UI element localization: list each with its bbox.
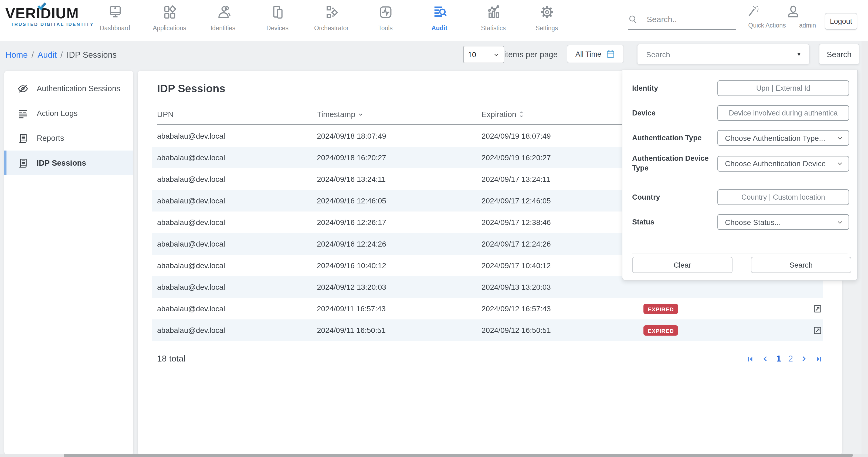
nav-label: Statistics: [469, 25, 518, 31]
nav-label: Applications: [145, 25, 194, 31]
table-row[interactable]: ababalau@dev.local 2024/09/11 16:50:51 2…: [152, 319, 823, 341]
clear-filters-button[interactable]: Clear: [632, 257, 733, 273]
column-header-timestamp[interactable]: Timestamp: [317, 110, 482, 119]
last-page-button[interactable]: [814, 355, 823, 363]
page-number-1[interactable]: 1: [776, 354, 781, 364]
cell-upn: ababalau@dev.local: [157, 326, 317, 334]
page-number-2[interactable]: 2: [788, 354, 793, 364]
nav-item-tools[interactable]: Tools: [361, 4, 410, 31]
user-menu[interactable]: admin: [786, 4, 829, 29]
veridium-logo[interactable]: VERIDIUM TRUSTED DIGITAL IDENTITY: [5, 5, 97, 27]
sort-both-icon: [519, 110, 525, 118]
page-size-select[interactable]: 10: [463, 46, 504, 63]
apply-filters-button[interactable]: Search: [751, 257, 851, 273]
column-header-expiration[interactable]: Expiration: [482, 110, 644, 119]
filter-panel: Identity Device Authentication Type Choo…: [622, 70, 858, 281]
filter-label: Authentication Device Type: [632, 154, 717, 173]
authentication-device-type-select[interactable]: Choose Authentication Device: [717, 156, 849, 171]
chevron-left-icon: [762, 355, 769, 363]
cell-upn: ababalau@dev.local: [157, 196, 317, 205]
filter-label: Authentication Type: [632, 133, 717, 143]
nav-item-statistics[interactable]: Statistics: [469, 4, 518, 31]
quick-actions-button[interactable]: Quick Actions: [745, 4, 789, 29]
user-icon: [786, 4, 829, 19]
quick-actions-label: Quick Actions: [745, 22, 789, 29]
nav-item-applications[interactable]: Applications: [145, 4, 194, 31]
people-icon: [215, 4, 231, 20]
log-list-icon: [17, 108, 29, 119]
first-page-button[interactable]: [747, 355, 755, 363]
identity-filter-input[interactable]: [717, 80, 849, 96]
open-session-button[interactable]: [801, 325, 823, 335]
cell-timestamp: 2024/09/16 12:46:05: [317, 196, 482, 205]
open-session-button[interactable]: [801, 303, 823, 314]
breadcrumb-toolbar-row: Home/Audit/IDP Sessions 10 items per pag…: [0, 41, 868, 71]
top-header: VERIDIUM TRUSTED DIGITAL IDENTITY Dashbo…: [0, 0, 868, 41]
cell-timestamp: 2024/09/16 12:26:17: [317, 218, 482, 227]
prev-page-button[interactable]: [762, 355, 769, 363]
sidebar-item-action-logs[interactable]: Action Logs: [4, 101, 133, 126]
nav-item-orchestrator[interactable]: Orchestrator: [307, 4, 356, 31]
page-size-value: 10: [468, 51, 476, 59]
cell-upn: ababalau@dev.local: [157, 304, 317, 313]
panel-divider: [632, 254, 847, 254]
time-filter-button[interactable]: All Time: [567, 45, 624, 63]
breadcrumb-current: IDP Sessions: [67, 50, 117, 59]
horizontal-scrollbar-thumb[interactable]: [64, 454, 853, 457]
brand-tagline: TRUSTED DIGITAL IDENTITY: [5, 22, 97, 27]
sidebar-item-reports[interactable]: Reports: [4, 126, 133, 151]
screen: VERIDIUM TRUSTED DIGITAL IDENTITY Dashbo…: [0, 0, 868, 457]
cell-expiration: 2024/09/17 12:24:26: [482, 239, 644, 248]
breadcrumb-separator: /: [32, 50, 34, 59]
cell-upn: ababalau@dev.local: [157, 175, 317, 184]
cell-timestamp: 2024/09/18 18:07:49: [317, 132, 482, 140]
nav-label: Dashboard: [90, 25, 140, 31]
nav-item-devices[interactable]: Devices: [253, 4, 302, 31]
column-header-upn[interactable]: UPN: [157, 110, 317, 119]
search-icon: [628, 14, 638, 24]
sidebar-item-authentication-sessions[interactable]: Authentication Sessions: [4, 76, 133, 101]
breadcrumb-home-link[interactable]: Home: [5, 50, 28, 59]
breadcrumb-audit-link[interactable]: Audit: [37, 50, 57, 59]
nav-label: Settings: [522, 25, 572, 31]
gear-icon: [539, 4, 555, 20]
items-per-page-label: items per page: [504, 50, 558, 59]
table-search-combobox: ▼: [637, 44, 810, 65]
combobox-caret-icon[interactable]: ▼: [796, 51, 802, 57]
global-search: [628, 14, 736, 30]
country-filter-input[interactable]: [717, 189, 849, 205]
cell-timestamp: 2024/09/16 12:24:26: [317, 239, 482, 248]
table-row[interactable]: ababalau@dev.local 2024/09/11 16:57:43 2…: [152, 298, 823, 319]
cell-upn: ababalau@dev.local: [157, 261, 317, 270]
nav-item-dashboard[interactable]: Dashboard: [90, 4, 140, 31]
horizontal-scrollbar-track[interactable]: [0, 454, 868, 457]
status-badge: EXPIRED: [644, 303, 678, 314]
chevron-down-icon: [837, 135, 843, 141]
authentication-type-select[interactable]: Choose Authentication Type...: [717, 130, 849, 146]
next-page-button[interactable]: [800, 355, 808, 363]
table-search-input[interactable]: [638, 50, 796, 59]
status-select[interactable]: Choose Status...: [717, 214, 849, 230]
cell-expiration: 2024/09/17 12:46:05: [482, 196, 644, 205]
cell-timestamp: 2024/09/11 16:50:51: [317, 326, 482, 334]
nav-label: Devices: [253, 25, 302, 31]
table-footer: 18 total 1 2: [157, 354, 823, 364]
breadcrumb: Home/Audit/IDP Sessions: [5, 50, 117, 60]
audit-sidebar: Authentication Sessions Action Logs Repo…: [4, 71, 133, 455]
nav-label: Tools: [361, 25, 410, 31]
vertical-scrollbar[interactable]: [862, 41, 868, 457]
nav-item-settings[interactable]: Settings: [522, 4, 572, 31]
table-search-button[interactable]: Search: [819, 44, 859, 65]
logout-button[interactable]: Logout: [825, 13, 857, 30]
filter-row-country: Country: [632, 189, 849, 205]
sidebar-item-idp-sessions[interactable]: IDP Sessions: [4, 151, 133, 175]
global-search-input[interactable]: [646, 14, 723, 24]
nav-item-audit[interactable]: Audit: [414, 4, 464, 31]
select-value: Choose Status...: [725, 218, 781, 226]
device-filter-input[interactable]: [717, 105, 849, 121]
monitor-icon: [107, 4, 123, 20]
eye-off-icon: [17, 83, 29, 94]
brand-wordmark: VERIDIUM: [5, 5, 97, 22]
nav-item-identities[interactable]: Identities: [198, 4, 248, 31]
chevron-down-icon: [493, 52, 499, 58]
